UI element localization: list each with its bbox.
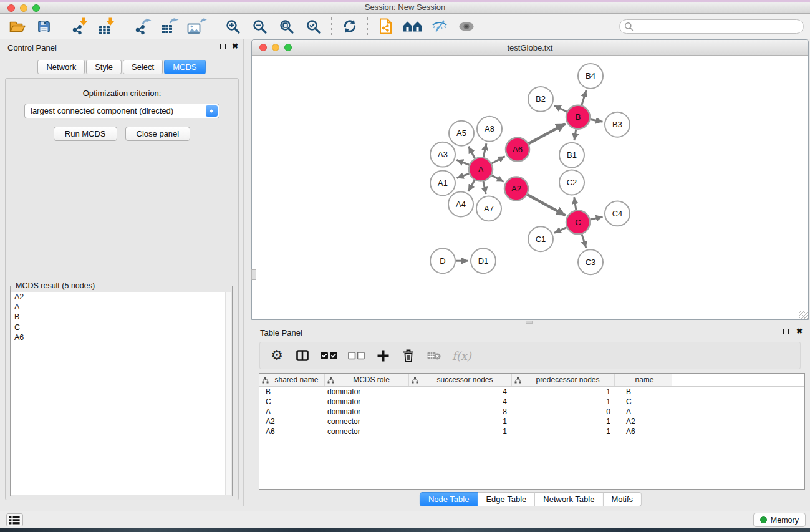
export-table-button[interactable]	[157, 15, 183, 37]
network-graph[interactable]: B4B2BB3A8A5A6A3B1AA1C2A2A4A7C4CC1C3DD1	[252, 56, 808, 319]
table-cell[interactable]: A6	[259, 427, 325, 436]
graph-edge-A-A3[interactable]	[456, 160, 469, 165]
graph-edge-A-A1[interactable]	[457, 173, 470, 178]
table-cell[interactable]: dominator	[325, 397, 409, 406]
close-table-panel-icon[interactable]: ✖	[796, 328, 803, 334]
mcds-result-item[interactable]: A2	[11, 292, 231, 302]
graph-edge-C-C4[interactable]	[591, 217, 603, 220]
tab-network-table[interactable]: Network Table	[535, 492, 603, 506]
tab-select[interactable]: Select	[123, 60, 163, 74]
zoom-in-button[interactable]	[219, 15, 246, 37]
tab-motifs[interactable]: Motifs	[603, 492, 642, 506]
search-input[interactable]	[636, 21, 803, 32]
mcds-result-scrollbar[interactable]	[225, 292, 231, 495]
delete-table-button[interactable]	[427, 346, 441, 365]
zoom-out-button[interactable]	[246, 15, 273, 37]
table-cell[interactable]: 8	[409, 407, 512, 416]
refresh-button[interactable]	[336, 15, 363, 37]
open-session-button[interactable]	[4, 15, 31, 37]
table-cell[interactable]: C	[259, 397, 325, 406]
tab-mcds[interactable]: MCDS	[164, 60, 205, 74]
tab-network[interactable]: Network	[37, 60, 85, 74]
minimize-window-button[interactable]	[20, 4, 27, 12]
close-panel-button[interactable]: Close panel	[125, 127, 191, 141]
zoom-fit-button[interactable]	[273, 15, 300, 37]
table-cell[interactable]: 1	[512, 417, 615, 426]
table-row[interactable]: A2connector11A2	[259, 417, 804, 427]
graph-edge-B-B1[interactable]	[574, 129, 576, 140]
export-image-button[interactable]	[183, 15, 210, 37]
delete-button[interactable]	[401, 346, 416, 365]
mcds-result-item[interactable]: B	[11, 312, 231, 322]
graph-edge-A-A4[interactable]	[468, 180, 475, 191]
memory-button[interactable]: Memory	[753, 513, 806, 527]
maximize-view-button[interactable]	[284, 44, 292, 51]
table-row[interactable]: Adominator80A	[259, 407, 804, 417]
tab-style[interactable]: Style	[86, 60, 122, 74]
export-network-button[interactable]	[130, 15, 157, 37]
table-cell[interactable]: A2	[615, 417, 672, 426]
table-cell[interactable]: dominator	[325, 407, 409, 416]
task-history-button[interactable]	[6, 513, 23, 526]
maximize-window-button[interactable]	[32, 4, 40, 12]
run-mcds-button[interactable]: Run MCDS	[54, 127, 117, 141]
table-cell[interactable]: A	[615, 407, 672, 416]
table-cell[interactable]: A6	[615, 427, 672, 436]
table-cell[interactable]: 0	[512, 407, 615, 416]
deselect-all-button[interactable]	[348, 346, 365, 365]
import-network-button[interactable]	[67, 15, 94, 37]
minimize-view-button[interactable]	[272, 44, 279, 51]
table-cell[interactable]: connector	[325, 417, 409, 426]
optimization-criterion-select[interactable]: largest connected component (directed)	[24, 104, 219, 118]
graph-edge-A-A6[interactable]	[492, 157, 505, 163]
table-cell[interactable]: B	[615, 387, 672, 396]
table-cell[interactable]: 1	[512, 387, 615, 396]
float-table-panel-icon[interactable]	[783, 329, 789, 334]
mcds-result-item[interactable]: A	[11, 302, 231, 312]
panel-grip[interactable]	[251, 269, 256, 280]
table-cell[interactable]: 1	[409, 427, 512, 436]
function-builder-button[interactable]: f(x)	[452, 346, 471, 365]
table-cell[interactable]: 4	[409, 387, 512, 396]
graph-edge-B-B2[interactable]	[554, 105, 567, 112]
graph-edge-A-A5[interactable]	[468, 147, 475, 158]
graph-edge-C-C1[interactable]	[554, 228, 567, 233]
graph-edge-B-B3[interactable]	[591, 120, 603, 122]
graph-edge-A6-B[interactable]	[529, 124, 566, 144]
select-all-button[interactable]	[321, 346, 337, 365]
column-header-successor-nodes[interactable]: successor nodes	[409, 374, 512, 386]
graph-edge-A-A8[interactable]	[483, 143, 486, 157]
table-cell[interactable]: 1	[409, 417, 512, 426]
tab-node-table[interactable]: Node Table	[420, 492, 478, 506]
add-button[interactable]	[375, 346, 390, 365]
resize-grip-icon[interactable]	[799, 311, 808, 319]
column-header-shared-name[interactable]: shared name	[259, 374, 325, 386]
table-cell[interactable]: C	[615, 397, 672, 406]
graph-edge-C-C2[interactable]	[574, 197, 576, 210]
table-cell[interactable]: B	[259, 387, 325, 396]
table-cell[interactable]: A	[259, 407, 325, 416]
graph-edge-A-A2[interactable]	[492, 175, 504, 181]
column-header-name[interactable]: name	[615, 374, 672, 386]
network-file-button[interactable]	[372, 15, 399, 37]
tab-edge-table[interactable]: Edge Table	[478, 492, 535, 506]
table-cell[interactable]: A2	[259, 417, 325, 426]
column-header-MCDS-role[interactable]: MCDS role	[325, 374, 409, 386]
table-cell[interactable]: dominator	[325, 387, 409, 396]
graph-edge-A-A7[interactable]	[483, 181, 486, 194]
import-table-button[interactable]	[94, 15, 120, 37]
graph-edge-B-B4[interactable]	[582, 90, 586, 105]
mcds-result-item[interactable]: A6	[11, 332, 231, 342]
save-session-button[interactable]	[31, 15, 57, 37]
column-header-predecessor-nodes[interactable]: predecessor nodes	[512, 374, 615, 386]
mcds-result-list[interactable]: A2ABCA6	[11, 292, 231, 495]
close-panel-icon[interactable]: ✖	[232, 43, 238, 49]
table-cell[interactable]: 1	[512, 427, 615, 436]
hide-panel-button[interactable]	[426, 15, 453, 37]
network-canvas[interactable]: B4B2BB3A8A5A6A3B1AA1C2A2A4A7C4CC1C3DD1	[252, 56, 808, 319]
table-row[interactable]: A6connector11A6	[259, 427, 804, 437]
graph-edge-C-C3[interactable]	[582, 234, 586, 248]
show-column-button[interactable]	[295, 346, 310, 365]
table-row[interactable]: Cdominator41C	[259, 397, 804, 407]
float-panel-icon[interactable]	[220, 44, 226, 49]
